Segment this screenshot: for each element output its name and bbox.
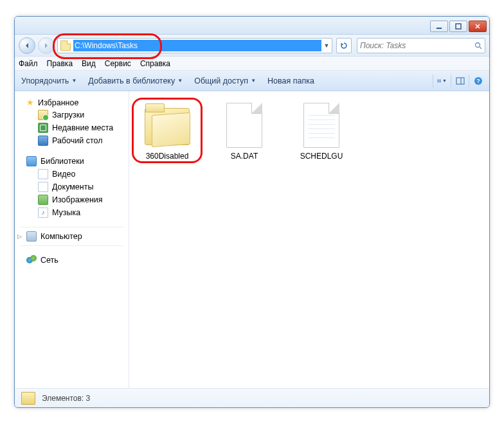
sidebar-recent[interactable]: Недавние места: [15, 121, 129, 134]
svg-rect-7: [439, 81, 440, 82]
svg-text:?: ?: [476, 78, 480, 84]
svg-rect-6: [437, 81, 438, 82]
favorites-header[interactable]: ★Избранное: [15, 96, 129, 109]
svg-line-3: [480, 47, 482, 49]
organize-button[interactable]: Упорядочить▼: [21, 76, 76, 85]
content-pane[interactable]: 360Disabled SA.DAT SCHEDLGU: [129, 91, 489, 388]
view-options-button[interactable]: ▼: [433, 75, 447, 87]
libraries-header[interactable]: Библиотеки: [15, 155, 129, 168]
search-box[interactable]: [357, 38, 485, 53]
sidebar-computer[interactable]: ▷Компьютер: [15, 230, 129, 243]
documents-icon: [38, 182, 48, 192]
address-dropdown-icon[interactable]: ▼: [321, 42, 332, 49]
body: ★Избранное Загрузки Недавние места Рабоч…: [15, 91, 489, 388]
downloads-icon: [38, 110, 48, 120]
minimize-button[interactable]: [430, 21, 448, 32]
titlebar: [15, 17, 489, 35]
sidebar-music[interactable]: ♪Музыка: [15, 206, 129, 219]
sidebar-network[interactable]: Сеть: [15, 254, 129, 267]
search-input[interactable]: [360, 41, 472, 50]
svg-rect-5: [439, 79, 440, 80]
pictures-icon: [38, 195, 48, 205]
menu-edit[interactable]: Правка: [47, 59, 73, 68]
menu-file[interactable]: Файл: [19, 59, 38, 68]
menubar: Файл Правка Вид Сервис Справка: [15, 57, 489, 71]
preview-pane-button[interactable]: [451, 75, 465, 87]
forward-button[interactable]: [38, 37, 55, 54]
video-icon: [38, 169, 48, 179]
file-item-sa-dat[interactable]: SA.DAT: [213, 103, 276, 161]
nav-pane: ★Избранное Загрузки Недавние места Рабоч…: [15, 91, 129, 388]
navbar: C:\Windows\Tasks ▼: [15, 35, 489, 57]
file-item-schedlgu[interactable]: SCHEDLGU: [290, 103, 353, 161]
close-button[interactable]: [469, 21, 487, 32]
item-label: SA.DAT: [213, 152, 276, 161]
explorer-window: C:\Windows\Tasks ▼ Файл Правка Вид Серви…: [14, 16, 490, 408]
refresh-button[interactable]: [336, 38, 352, 53]
menu-help[interactable]: Справка: [140, 59, 170, 68]
maximize-button[interactable]: [449, 21, 467, 32]
back-button[interactable]: [19, 37, 35, 54]
svg-rect-0: [437, 28, 442, 29]
svg-rect-1: [456, 24, 461, 29]
search-icon: [474, 42, 482, 49]
sidebar-desktop[interactable]: Рабочий стол: [15, 134, 129, 147]
svg-rect-8: [456, 78, 464, 84]
item-label: 360Disabled: [136, 152, 199, 161]
star-icon: ★: [26, 98, 34, 107]
folder-icon: [145, 108, 190, 145]
sidebar-pictures[interactable]: Изображения: [15, 193, 129, 206]
file-icon: [226, 103, 262, 148]
status-bar: Элементов: 3: [15, 388, 489, 407]
menu-view[interactable]: Вид: [82, 59, 96, 68]
address-bar[interactable]: C:\Windows\Tasks ▼: [57, 38, 332, 53]
share-button[interactable]: Общий доступ▼: [194, 76, 256, 85]
status-text: Элементов: 3: [42, 394, 90, 403]
sidebar-downloads[interactable]: Загрузки: [15, 109, 129, 121]
new-folder-button[interactable]: Новая папка: [267, 76, 314, 85]
folder-item-360disabled[interactable]: 360Disabled: [136, 103, 199, 161]
help-button[interactable]: ?: [469, 75, 483, 87]
recent-icon: [38, 123, 48, 133]
computer-icon: [26, 231, 37, 242]
network-icon: [26, 255, 37, 265]
folder-icon: [21, 392, 35, 405]
item-label: SCHEDLGU: [290, 152, 353, 161]
libraries-icon: [26, 156, 37, 166]
desktop-icon: [38, 136, 48, 146]
add-library-button[interactable]: Добавить в библиотеку▼: [88, 76, 183, 85]
music-icon: ♪: [38, 208, 48, 218]
folder-icon: [60, 40, 71, 51]
address-text: C:\Windows\Tasks: [73, 40, 321, 51]
sidebar-documents[interactable]: Документы: [15, 181, 129, 193]
menu-tools[interactable]: Сервис: [105, 59, 131, 68]
svg-point-2: [476, 42, 480, 47]
sidebar-video[interactable]: Видео: [15, 168, 129, 181]
toolbar: Упорядочить▼ Добавить в библиотеку▼ Общи…: [15, 71, 489, 91]
svg-rect-4: [437, 79, 438, 80]
file-icon: [303, 103, 339, 148]
